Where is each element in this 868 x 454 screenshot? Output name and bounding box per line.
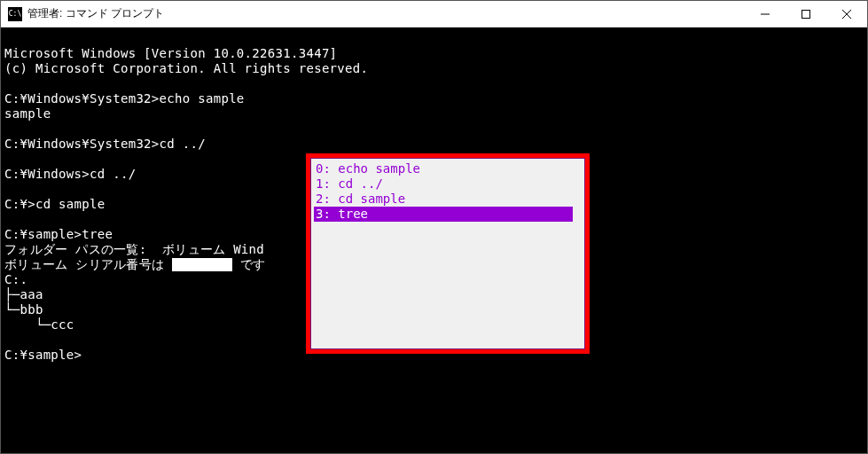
terminal-line: ├─aaa <box>4 287 43 301</box>
history-item-3[interactable]: 3: tree <box>314 207 573 222</box>
window-controls <box>745 1 867 27</box>
history-popup[interactable]: 0: echo sample 1: cd ../ 2: cd sample 3:… <box>310 158 585 349</box>
terminal-line: sample <box>4 106 51 121</box>
redacted-block <box>172 258 232 271</box>
terminal-line: ボリューム シリアル番号は です <box>4 257 265 271</box>
history-item-0[interactable]: 0: echo sample <box>314 161 582 176</box>
terminal-line: C:¥Windows¥System32>cd ../ <box>4 137 206 151</box>
history-list: 0: echo sample 1: cd ../ 2: cd sample 3:… <box>314 161 582 222</box>
terminal-line: フォルダー パスの一覧: ボリューム Wind <box>4 242 264 256</box>
window-title: 管理者: コマンド プロンプト <box>27 6 164 21</box>
svg-rect-1 <box>802 11 810 19</box>
terminal-line: C:¥Windows>cd ../ <box>4 167 136 181</box>
titlebar-left: C:\ 管理者: コマンド プロンプト <box>8 6 164 21</box>
terminal-line: └─bbb <box>4 302 43 317</box>
terminal-line: C:¥sample>tree <box>4 227 113 241</box>
history-item-1[interactable]: 1: cd ../ <box>314 176 582 192</box>
maximize-button[interactable] <box>786 1 826 27</box>
terminal-line: C:¥sample> <box>4 348 82 362</box>
terminal-line: C:¥Windows¥System32>echo sample <box>4 91 245 106</box>
terminal-line: C:. <box>4 272 27 286</box>
terminal-line: Microsoft Windows [Version 10.0.22631.34… <box>4 46 337 60</box>
app-icon: C:\ <box>8 7 22 21</box>
titlebar[interactable]: C:\ 管理者: コマンド プロンプト <box>1 1 867 27</box>
terminal-line: └─ccc <box>4 317 74 332</box>
terminal-line: (c) Microsoft Corporation. All rights re… <box>4 61 368 75</box>
history-item-2[interactable]: 2: cd sample <box>314 192 582 207</box>
close-button[interactable] <box>826 1 867 27</box>
minimize-button[interactable] <box>745 1 786 27</box>
history-popup-highlight: 0: echo sample 1: cd ../ 2: cd sample 3:… <box>306 153 590 354</box>
terminal-line: C:¥>cd sample <box>4 197 105 211</box>
command-prompt-window: C:\ 管理者: コマンド プロンプト Microsoft Windows [V… <box>0 0 868 454</box>
